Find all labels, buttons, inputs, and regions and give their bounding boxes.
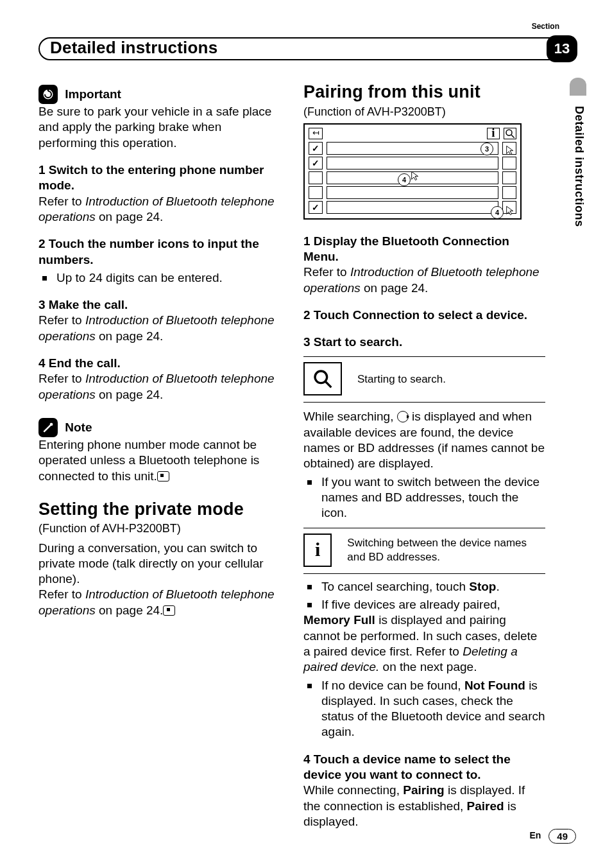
left-step-3-body: Refer to Introduction of Bluetooth telep… [38,313,280,344]
bullet-switch: If you want to switch between the device… [303,474,545,521]
right-step-2-head: 2 Touch Connection to select a device. [303,308,545,323]
memory-full-paragraph: Memory Full is displayed and pairing can… [303,612,545,675]
private-body-1: During a conversation, you can switch to… [38,541,280,587]
cursor-icon [410,169,420,182]
bullet-not-found: If no device can be found, Not Found is … [303,678,545,740]
divider [303,402,545,403]
divider [303,573,545,574]
left-step-3-head: 3 Make the call. [38,297,280,313]
search-action-icon [303,362,342,395]
chapter-header: Section Detailed instructions 13 [38,37,574,62]
right-step-1-body: Refer to Introduction of Bluetooth telep… [303,265,545,296]
cursor-icon [505,144,515,157]
svg-line-4 [325,381,331,387]
checkbox-icon [309,186,323,199]
device-list-diagram: ↤ i 3 4 4 [303,123,522,220]
search-icon [504,128,516,139]
searching-paragraph: While searching, is displayed and when a… [303,409,545,471]
device-row [327,186,498,199]
left-step-1-body: Refer to Introduction of Bluetooth telep… [38,194,280,225]
delete-icon [502,171,516,184]
left-step-2-head: 2 Touch the number icons to input the nu… [38,236,280,268]
checkbox-icon [309,201,323,214]
svg-line-2 [511,135,514,138]
checkbox-icon [309,157,323,169]
info-action-icon: i [303,534,332,567]
svg-point-1 [506,130,512,135]
right-column: Pairing from this unit (Function of AVH-… [303,81,574,829]
pairing-heading: Pairing from this unit [303,81,545,103]
delete-icon [502,157,516,169]
callout-4a: 4 [398,173,411,186]
back-icon: ↤ [309,128,323,139]
pairing-sub: (Function of AVH-P3200BT) [303,105,545,119]
cursor-icon [505,204,515,217]
setting-private-mode-sub: (Function of AVH-P3200BT) [38,521,280,536]
divider [303,356,545,357]
side-tab-text: Detailed instructions [571,106,586,227]
footer-lang: En [529,830,541,842]
chapter-title: Detailed instructions [50,37,217,58]
page-footer: En 49 [529,829,576,844]
section-number-badge: 13 [547,35,577,62]
left-step-2-bullet: Up to 24 digits can be entered. [38,270,280,286]
info-action-text: Switching between the device names and B… [347,536,545,564]
private-body-2: Refer to Introduction of Bluetooth telep… [38,587,280,618]
search-action-text: Starting to search. [357,372,446,386]
end-mark-icon [163,605,175,616]
setting-private-mode-heading: Setting the private mode [38,498,280,521]
end-mark-icon [157,471,169,482]
device-row [327,201,498,214]
left-column: Important Be sure to park your vehicle i… [38,81,280,829]
search-action-row: Starting to search. [303,362,545,395]
left-step-1-head: 1 Switch to the entering phone number mo… [38,162,280,194]
right-step-3-head: 3 Start to search. [303,334,545,350]
bullet-cancel: To cancel searching, touch Stop. [303,579,545,595]
important-icon [38,85,58,104]
svg-point-3 [315,371,327,383]
important-body: Be sure to park your vehicle in a safe p… [38,104,280,151]
left-step-4-body: Refer to Introduction of Bluetooth telep… [38,371,280,403]
section-label: Section [532,22,559,31]
right-step-4-head: 4 Touch a device name to select the devi… [303,752,545,783]
info-action-row: i Switching between the device names and… [303,534,545,567]
cycle-icon [397,411,409,422]
page-number: 49 [548,829,576,844]
device-row [327,157,498,169]
info-icon: i [487,128,500,139]
important-label: Important [65,87,121,101]
callout-3: 3 [480,143,493,155]
delete-icon [502,186,516,199]
note-icon [38,418,58,437]
left-step-4-head: 4 End the call. [38,356,280,371]
note-body: Entering phone number mode cannot be ope… [38,437,280,484]
bullet-five-devices: If five devices are already paired, [303,597,545,612]
note-label: Note [65,421,92,434]
checkbox-icon [309,142,323,155]
divider [303,528,545,528]
right-step-1-head: 1 Display the Bluetooth Connection Menu. [303,234,545,265]
side-tab [570,78,586,96]
checkbox-icon [309,171,323,184]
right-step-4-body: While connecting, Pairing is displayed. … [303,783,545,829]
device-row [327,142,498,155]
callout-4b: 4 [491,206,504,219]
